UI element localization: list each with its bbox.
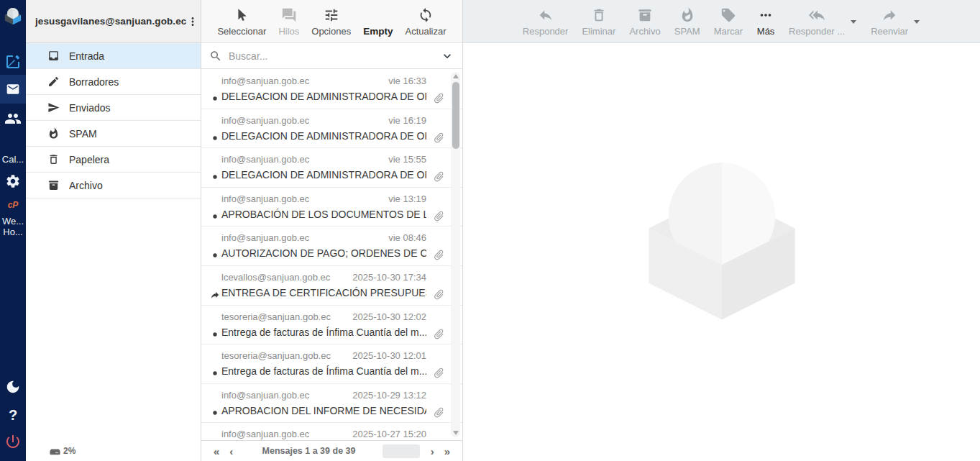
sidebar-folder-spam[interactable]: SPAM	[26, 121, 201, 147]
dropdown-caret-icon[interactable]	[851, 20, 856, 24]
first-page-button[interactable]: «	[209, 446, 224, 457]
empty-state-logo	[646, 152, 798, 319]
forward-icon	[880, 5, 899, 24]
logout-button[interactable]	[0, 433, 26, 450]
toolbar-button-empty[interactable]: Empty	[362, 0, 394, 42]
rail-webmail-home-link[interactable]: We... Ho...	[0, 216, 26, 237]
toolbar-button-label: Hilos	[278, 26, 299, 37]
power-icon	[4, 433, 22, 450]
message-date: vie 13:19	[388, 193, 426, 204]
message-list-pane: SeleccionarHilosOpcionesEmptyActualizar …	[201, 0, 462, 461]
folder-label: Entrada	[69, 50, 104, 62]
kebab-icon[interactable]	[186, 15, 199, 28]
message-row[interactable]: info@sanjuan.gob.ecvie 16:19DELEGACION D…	[201, 109, 462, 149]
message-row[interactable]: info@sanjuan.gob.ec2025-10-29 13:12APROB…	[201, 384, 462, 424]
page-input[interactable]	[383, 444, 420, 458]
toolbar-button-reply-all[interactable]: Responder ...	[787, 0, 858, 42]
scroll-up-arrow[interactable]	[453, 74, 459, 78]
folder-sidebar: jesusgavilanes@sanjuan.gob.ec EntradaBor…	[26, 0, 201, 461]
toolbar-button-threads[interactable]: Hilos	[277, 0, 301, 42]
message-toolbar: ResponderEliminarArchivoSPAMMarcarMásRes…	[463, 0, 980, 43]
chevron-down-icon[interactable]	[440, 49, 454, 63]
list-scrollbar[interactable]	[451, 72, 460, 437]
rail-calendar-link[interactable]: Cal...	[0, 154, 26, 165]
message-date: 2025-10-29 13:12	[352, 390, 426, 401]
toolbar-button-tune[interactable]: Opciones	[310, 0, 352, 42]
list-toolbar: SeleccionarHilosOpcionesEmptyActualizar	[201, 0, 462, 43]
dark-mode-button[interactable]	[0, 379, 26, 395]
tag-icon	[719, 5, 738, 24]
message-date: vie 16:19	[388, 115, 426, 126]
search-bar[interactable]: Buscar...	[201, 43, 462, 69]
archive-icon	[636, 5, 654, 24]
attachment-icon	[430, 89, 447, 106]
toolbar-button-pointer[interactable]: Seleccionar	[216, 0, 267, 42]
scrollbar-thumb[interactable]	[452, 82, 459, 149]
sidebar-folder-entrada[interactable]: Entrada	[26, 43, 201, 69]
message-row[interactable]: info@sanjuan.gob.ecvie 13:19APROBACIÓN D…	[201, 188, 462, 227]
prev-page-button[interactable]: ‹	[224, 446, 238, 457]
message-date: 2025-10-27 15:20	[352, 429, 426, 439]
toolbar-button-fire[interactable]: SPAM	[673, 0, 702, 42]
attachment-icon	[430, 168, 447, 186]
attachment-icon	[430, 403, 447, 421]
toolbar-button-reply[interactable]: Responder	[521, 0, 570, 42]
toolbar-button-label: Eliminar	[582, 26, 615, 37]
sidebar-folder-enviados[interactable]: Enviados	[26, 95, 201, 121]
unread-dot-icon	[210, 172, 220, 182]
toolbar-button-forward[interactable]: Reenviar	[869, 0, 922, 42]
unread-dot-icon	[210, 93, 220, 104]
unread-dot-icon	[210, 250, 220, 260]
toolbar-button-label: Actualizar	[405, 26, 446, 37]
message-sender: info@sanjuan.gob.ec	[221, 193, 309, 204]
toolbar-button-more[interactable]: Más	[755, 0, 777, 42]
forwarded-icon	[210, 290, 220, 300]
trash-icon	[47, 153, 60, 165]
next-page-button[interactable]: ›	[426, 446, 439, 457]
scroll-down-arrow[interactable]	[453, 431, 459, 435]
message-row[interactable]: info@sanjuan.gob.ec2025-10-27 15:20	[201, 423, 462, 440]
message-subject: DELEGACION DE ADMINISTRADORA DE OR...	[221, 130, 426, 142]
sidebar-folder-archivo[interactable]: Archivo	[26, 173, 201, 198]
toolbar-button-label: Responder	[523, 26, 569, 37]
rail-settings-button[interactable]	[0, 173, 26, 189]
toolbar-button-trash[interactable]: Eliminar	[580, 0, 617, 42]
toolbar-button-tag[interactable]: Marcar	[713, 0, 744, 42]
attachment-icon	[430, 247, 447, 264]
help-button[interactable]: ?	[0, 407, 26, 424]
toolbar-button-refresh[interactable]: Actualizar	[403, 0, 447, 42]
message-row[interactable]: lcevallos@sanjuan.gob.ec2025-10-30 17:34…	[201, 266, 462, 306]
rail-cpanel-link[interactable]: cP	[0, 200, 26, 211]
sidebar-folder-papelera[interactable]: Papelera	[26, 147, 201, 173]
reply-all-icon	[807, 5, 826, 24]
toolbar-button-label: Marcar	[714, 26, 743, 37]
pointer-icon	[232, 5, 251, 24]
dropdown-caret-icon[interactable]	[914, 20, 920, 24]
last-page-button[interactable]: »	[439, 446, 455, 457]
toolbar-button-label: Seleccionar	[217, 26, 266, 37]
search-icon	[209, 50, 222, 63]
toolbar-button-label: Responder ...	[789, 26, 845, 37]
message-row[interactable]: info@sanjuan.gob.ecvie 15:55DELEGACION D…	[201, 148, 462, 188]
attachment-icon	[430, 286, 447, 303]
search-input[interactable]: Buscar...	[229, 50, 440, 62]
message-date: vie 15:55	[388, 154, 426, 165]
pencil-icon	[47, 76, 60, 88]
sidebar-folder-borradores[interactable]: Borradores	[26, 69, 201, 95]
toolbar-button-label: Reenviar	[871, 26, 908, 37]
rail-mail-button[interactable]	[0, 75, 26, 104]
toolbar-button-archive[interactable]: Archivo	[628, 0, 661, 42]
message-row[interactable]: info@sanjuan.gob.ecvie 08:46AUTORIZACION…	[201, 227, 462, 266]
message-row[interactable]: tesoreria@sanjuan.gob.ec2025-10-30 12:02…	[201, 306, 462, 345]
message-row[interactable]: info@sanjuan.gob.ecvie 16:33DELEGACION D…	[201, 70, 462, 109]
unread-dot-icon	[210, 368, 220, 378]
rail-contacts-button[interactable]	[0, 110, 26, 127]
message-sender: lcevallos@sanjuan.gob.ec	[221, 272, 330, 283]
message-date: 2025-10-30 17:34	[352, 272, 426, 283]
unread-dot-icon	[210, 408, 220, 418]
mail-icon	[6, 82, 20, 96]
message-list: info@sanjuan.gob.ecvie 16:33DELEGACION D…	[201, 70, 462, 440]
message-row[interactable]: tesoreria@sanjuan.gob.ec2025-10-30 12:01…	[201, 344, 462, 384]
message-view-pane: ResponderEliminarArchivoSPAMMarcarMásRes…	[462, 0, 980, 461]
compose-button[interactable]	[0, 53, 26, 70]
